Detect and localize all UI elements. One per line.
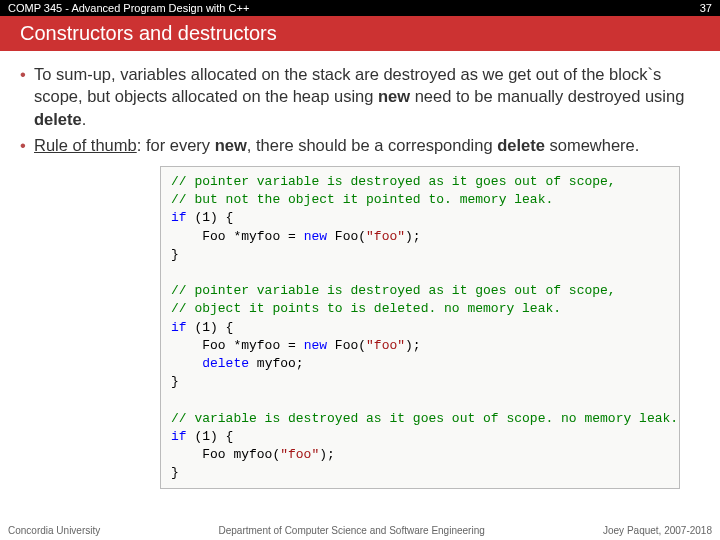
code-comment: // object it points to is deleted. no me… — [171, 301, 561, 316]
code-keyword: if — [171, 429, 187, 444]
code-text: } — [171, 247, 179, 262]
code-comment: // pointer variable is destroyed as it g… — [171, 283, 616, 298]
footer: Concordia University Department of Compu… — [0, 525, 720, 536]
text: : for every — [137, 136, 215, 154]
code-text: ); — [319, 447, 335, 462]
code-keyword: if — [171, 210, 187, 225]
bold-new: new — [378, 87, 410, 105]
footer-right: Joey Paquet, 2007-2018 — [603, 525, 712, 536]
code-text: (1) { — [187, 320, 234, 335]
code-string: "foo" — [366, 229, 405, 244]
code-comment: // but not the object it pointed to. mem… — [171, 192, 553, 207]
bold-new: new — [215, 136, 247, 154]
text: somewhere. — [545, 136, 639, 154]
code-text: ); — [405, 229, 421, 244]
code-text — [171, 356, 202, 371]
slide-title: Constructors and destructors — [0, 16, 720, 51]
code-text: Foo *myfoo = — [171, 229, 304, 244]
code-keyword: new — [304, 338, 327, 353]
code-comment: // variable is destroyed as it goes out … — [171, 411, 678, 426]
text: need to be manually destroyed using — [410, 87, 684, 105]
footer-left: Concordia University — [8, 525, 100, 536]
code-block: // pointer variable is destroyed as it g… — [160, 166, 680, 489]
code-string: "foo" — [366, 338, 405, 353]
code-text: } — [171, 465, 179, 480]
text: . — [82, 110, 87, 128]
code-text: } — [171, 374, 179, 389]
code-text: ); — [405, 338, 421, 353]
course-label: COMP 345 - Advanced Program Design with … — [8, 2, 249, 14]
code-comment: // pointer variable is destroyed as it g… — [171, 174, 616, 189]
code-text: (1) { — [187, 210, 234, 225]
code-text: Foo myfoo( — [171, 447, 280, 462]
code-text: Foo( — [327, 338, 366, 353]
bullet-item-1: To sum-up, variables allocated on the st… — [20, 63, 700, 130]
code-keyword: if — [171, 320, 187, 335]
footer-center: Department of Computer Science and Softw… — [219, 525, 485, 536]
underline-rule: Rule of thumb — [34, 136, 137, 154]
bold-delete: delete — [34, 110, 82, 128]
bold-delete: delete — [497, 136, 545, 154]
bullet-item-2: Rule of thumb: for every new, there shou… — [20, 134, 700, 156]
bullet-list: To sum-up, variables allocated on the st… — [20, 63, 700, 156]
text: , there should be a corresponding — [247, 136, 497, 154]
content-area: To sum-up, variables allocated on the st… — [0, 51, 720, 501]
code-text: myfoo; — [249, 356, 304, 371]
code-text: Foo( — [327, 229, 366, 244]
code-string: "foo" — [280, 447, 319, 462]
code-text: Foo *myfoo = — [171, 338, 304, 353]
page-number: 37 — [700, 2, 712, 14]
code-text: (1) { — [187, 429, 234, 444]
code-keyword: delete — [202, 356, 249, 371]
code-keyword: new — [304, 229, 327, 244]
header-bar: COMP 345 - Advanced Program Design with … — [0, 0, 720, 16]
